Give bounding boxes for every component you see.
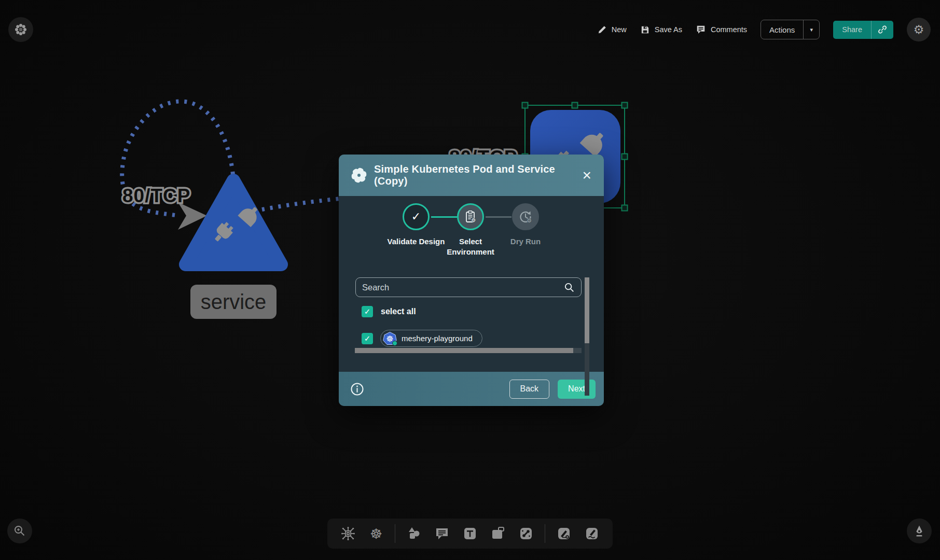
step-select-environment[interactable]: ⚙ xyxy=(457,203,484,230)
text-icon[interactable] xyxy=(459,522,481,545)
select-all-row: ✓ select all xyxy=(362,306,416,317)
check-icon: ✓ xyxy=(411,210,421,223)
check-icon: ✓ xyxy=(364,334,371,343)
pen-nib-icon xyxy=(913,524,926,538)
media-icon[interactable] xyxy=(487,522,509,545)
search-icon[interactable] xyxy=(563,282,575,293)
relationship-icon[interactable] xyxy=(515,522,537,545)
environment-row: ✓ ☸ meshery-playground xyxy=(362,330,482,347)
clipboard-gear-icon: ⚙ xyxy=(463,209,478,224)
step-label-validate: Validate Design xyxy=(385,236,447,247)
next-button[interactable]: Next xyxy=(558,380,596,399)
deploy-design-modal: Simple Kubernetes Pod and Service (Copy)… xyxy=(339,155,604,406)
modal-footer: Back Next xyxy=(339,372,604,406)
shapes-icon[interactable] xyxy=(403,522,425,545)
close-icon[interactable]: × xyxy=(582,167,591,183)
magnifier-plus-icon xyxy=(13,524,26,538)
horizontal-scrollbar-thumb[interactable] xyxy=(355,348,573,353)
step-validate-design[interactable]: ✓ xyxy=(403,203,430,230)
back-button[interactable]: Back xyxy=(509,380,550,399)
kubernetes-logo-icon: ☸ xyxy=(383,331,397,345)
modal-header: Simple Kubernetes Pod and Service (Copy)… xyxy=(339,155,604,196)
stepper-connector-done xyxy=(431,216,457,218)
info-icon[interactable] xyxy=(350,382,364,396)
zoom-in-button[interactable] xyxy=(7,519,32,543)
pen-tool-icon[interactable] xyxy=(552,522,575,545)
stepper-connector-pending xyxy=(486,216,512,218)
meshery-logo-icon xyxy=(351,167,367,183)
svg-text:⚙: ⚙ xyxy=(472,217,476,223)
select-all-checkbox[interactable]: ✓ xyxy=(362,306,373,317)
components-icon[interactable] xyxy=(337,522,360,545)
step-label-environment: Select Environment xyxy=(439,236,502,257)
environment-chip[interactable]: ☸ meshery-playground xyxy=(380,330,482,347)
dock-divider xyxy=(395,524,395,543)
environment-name: meshery-playground xyxy=(402,334,473,343)
environment-search xyxy=(355,277,582,297)
pen-mode-button[interactable] xyxy=(907,519,932,543)
search-input[interactable] xyxy=(362,283,563,292)
vertical-scrollbar-thumb[interactable] xyxy=(585,277,589,343)
connection-status-dot xyxy=(392,341,397,346)
environment-checkbox[interactable]: ✓ xyxy=(362,333,373,344)
service-node[interactable] xyxy=(186,180,281,264)
kubernetes-icon[interactable]: ☸ xyxy=(365,522,388,545)
edge-label-left: 80/TCP xyxy=(122,185,190,206)
freehand-draw-icon[interactable] xyxy=(580,522,603,545)
bottom-dock: ☸ xyxy=(327,519,613,549)
dry-run-icon: ⚙ xyxy=(518,209,533,225)
step-dry-run[interactable]: ⚙ xyxy=(512,203,539,230)
svg-text:service: service xyxy=(201,290,267,313)
service-node-label: service xyxy=(190,285,277,319)
modal-title: Simple Kubernetes Pod and Service (Copy) xyxy=(374,163,575,187)
modal-body: ✓ ⚙ ⚙ Validate Design Select Environment… xyxy=(339,196,604,372)
step-label-dryrun: Dry Run xyxy=(494,236,557,247)
comment-icon[interactable] xyxy=(431,522,453,545)
svg-text:⚙: ⚙ xyxy=(527,217,531,223)
check-icon: ✓ xyxy=(364,307,371,316)
select-all-label: select all xyxy=(381,307,416,316)
dock-divider xyxy=(545,524,545,543)
